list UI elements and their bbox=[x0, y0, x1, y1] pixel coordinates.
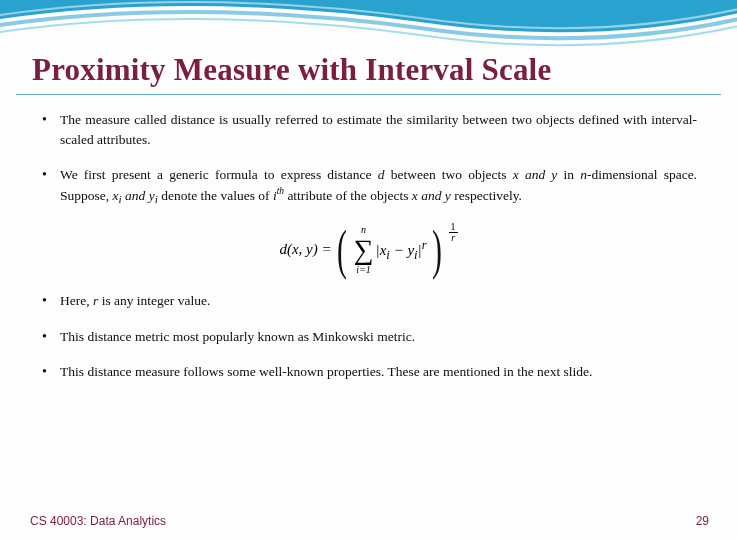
var-n: n bbox=[580, 167, 587, 182]
var-d: d bbox=[378, 167, 385, 182]
text: attribute of the objects bbox=[284, 187, 412, 202]
term-distance: distance bbox=[171, 112, 215, 127]
title-underline bbox=[16, 94, 721, 95]
and: and bbox=[122, 187, 149, 202]
footer-page-number: 29 bbox=[696, 514, 709, 528]
text: attributes. bbox=[94, 132, 151, 147]
text: respectively. bbox=[451, 187, 522, 202]
outer-exponent: 1 r bbox=[449, 222, 458, 243]
th-sup: th bbox=[277, 186, 284, 196]
bullet-4: This distance metric most popularly know… bbox=[40, 327, 697, 347]
text: |x bbox=[376, 242, 387, 258]
bullet-2: We first present a generic formula to ex… bbox=[40, 165, 697, 207]
exp: r bbox=[422, 238, 427, 252]
text: Here, bbox=[60, 293, 93, 308]
text: is any integer value. bbox=[98, 293, 210, 308]
sigma-symbol: ∑ bbox=[354, 236, 374, 264]
formula-lhs: d(x, y) = bbox=[279, 239, 331, 261]
text: The measure called bbox=[60, 112, 171, 127]
slide-title: Proximity Measure with Interval Scale bbox=[32, 52, 551, 88]
den: r bbox=[449, 233, 457, 243]
text: This distance metric most popularly know… bbox=[60, 329, 312, 344]
var-xy: x and y bbox=[513, 167, 558, 182]
bullet-5: This distance measure follows some well-… bbox=[40, 362, 697, 382]
slide-content: The measure called distance is usually r… bbox=[40, 110, 697, 398]
var-xy2: x and y bbox=[412, 187, 451, 202]
bullet-1: The measure called distance is usually r… bbox=[40, 110, 697, 149]
text: − y bbox=[390, 242, 414, 258]
formula: d(x, y) = ( n ∑ i=1 |xi − yi|r ) 1 r bbox=[40, 223, 697, 277]
text: is usually referred to estimate the simi… bbox=[215, 112, 651, 127]
rparen: ) bbox=[432, 223, 442, 277]
sigma-bottom: i=1 bbox=[356, 265, 371, 275]
text: between two objects bbox=[385, 167, 513, 182]
body: |xi − yi|r bbox=[376, 236, 427, 264]
sigma: n ∑ i=1 bbox=[354, 225, 374, 275]
footer-course: CS 40003: Data Analytics bbox=[30, 514, 166, 528]
lparen: ( bbox=[337, 223, 347, 277]
bullet-3: Here, r is any integer value. bbox=[40, 291, 697, 311]
term-minkowski: Minkowski metric bbox=[312, 329, 411, 344]
text: denote the values of bbox=[158, 187, 273, 202]
text: in bbox=[557, 167, 580, 182]
text: We first present a generic formula to ex… bbox=[60, 167, 378, 182]
text: . bbox=[412, 329, 415, 344]
